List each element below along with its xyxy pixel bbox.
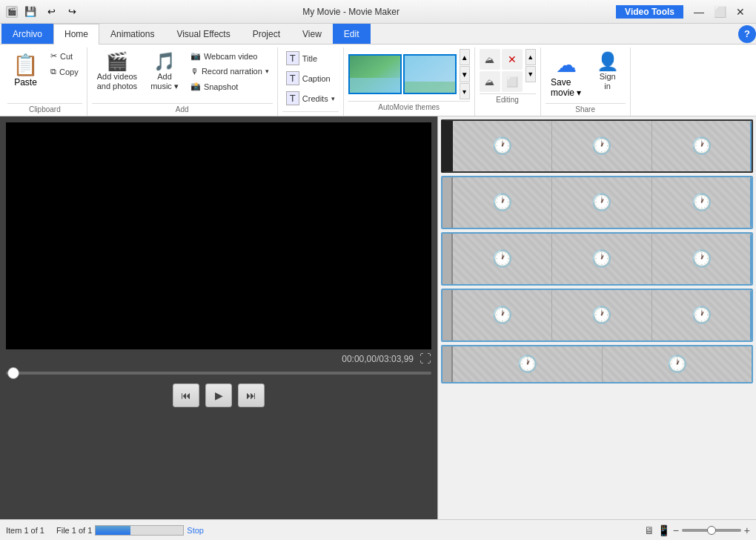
clock-icon: 🕐	[492, 249, 512, 269]
monitor-icon-1[interactable]: 🖥	[644, 524, 654, 536]
webcam-button[interactable]: 📷 Webcam video	[187, 49, 273, 63]
zoom-in-button[interactable]: +	[744, 524, 750, 536]
redo-btn[interactable]: ↪	[64, 4, 80, 20]
film-cell-2-1: 🕐	[453, 177, 552, 228]
tab-project[interactable]: Project	[242, 24, 291, 44]
next-frame-icon: ⏭	[246, 389, 256, 401]
credits-button[interactable]: T Credits ▾	[282, 89, 339, 108]
add-label: Add	[92, 103, 273, 116]
film-strip-4[interactable]: 🕐 🕐 🕐	[441, 289, 753, 342]
film-cell-4-0	[442, 290, 453, 340]
text-content: T Title T Caption T Credits ▾	[282, 49, 339, 110]
undo-btn[interactable]: ↩	[43, 4, 59, 20]
paste-button[interactable]: 📋 Paste	[7, 49, 44, 91]
window-controls: — ⬜ ✕	[689, 4, 750, 19]
tab-animations[interactable]: Animations	[99, 24, 165, 44]
svg-rect-3	[405, 82, 455, 93]
theme-1[interactable]	[348, 54, 402, 94]
zoom-slider[interactable]	[682, 529, 741, 532]
caption-button[interactable]: T Caption	[282, 69, 339, 88]
themes-scroll-more[interactable]: ▼	[460, 66, 470, 82]
record-narration-label: Record narration	[202, 67, 262, 76]
save-movie-label: Savemovie ▾	[551, 77, 581, 98]
next-frame-button[interactable]: ⏭	[238, 383, 265, 407]
share-group: ☁ Savemovie ▾ 👤 Signin Share	[541, 47, 631, 116]
credits-label: Credits	[302, 94, 328, 103]
main-content: 00:00,00/03:03,99 ⛶ ⏮ ▶ ⏭	[0, 116, 756, 519]
automovie-label: AutoMovie themes	[348, 101, 470, 113]
save-quick-btn[interactable]: 💾	[22, 4, 39, 20]
film-cell-2-0	[442, 177, 453, 228]
cut-button[interactable]: ✂ Cut	[47, 49, 82, 63]
editing-btn-2[interactable]: ⛰	[480, 71, 500, 92]
video-time-bar: 00:00,00/03:03,99 ⛶	[6, 349, 431, 369]
video-scrubber[interactable]	[6, 369, 431, 378]
copy-button[interactable]: ⧉ Copy	[47, 65, 82, 79]
themes-scroll-down[interactable]: ▾	[460, 83, 470, 99]
prev-frame-button[interactable]: ⏮	[173, 383, 199, 407]
close-btn[interactable]: ✕	[731, 4, 750, 19]
zoom-thumb	[707, 526, 716, 535]
fullscreen-button[interactable]: ⛶	[420, 352, 431, 366]
clock-icon: 🕐	[692, 193, 712, 212]
clock-icon: 🕐	[517, 355, 537, 374]
clock-icon-2: 🕐	[591, 136, 611, 156]
film-strip-5[interactable]: 🕐 🕐	[441, 345, 753, 383]
file-progress-fill	[96, 526, 130, 535]
theme-1-svg	[350, 56, 400, 93]
minimize-btn[interactable]: —	[689, 4, 709, 19]
film-cell-5-0	[442, 346, 453, 382]
tab-view[interactable]: View	[291, 24, 333, 44]
stop-button[interactable]: Stop	[187, 526, 204, 535]
scrubber-thumb[interactable]	[7, 367, 19, 379]
video-screen	[6, 122, 431, 349]
record-dropdown-icon: ▾	[265, 68, 269, 75]
zoom-out-button[interactable]: −	[673, 524, 679, 536]
film-cell-1-1: 🕐	[453, 121, 552, 171]
window-title: My Movie - Movie Maker	[92, 7, 610, 17]
add-music-button[interactable]: 🎵 Addmusic ▾	[145, 49, 184, 95]
tab-home[interactable]: Home	[53, 24, 99, 45]
editing-btn-3[interactable]: ⬜	[502, 71, 523, 92]
film-cell-3-3: 🕐	[652, 234, 752, 284]
add-videos-button[interactable]: 🎬 Add videosand photos	[92, 49, 142, 95]
film-cell-5-2: 🕐	[603, 346, 752, 382]
tab-archivo[interactable]: Archivo	[1, 24, 53, 44]
sign-in-label: Signin	[600, 72, 616, 91]
help-button[interactable]: ?	[738, 25, 756, 43]
record-narration-button[interactable]: 🎙 Record narration ▾	[187, 65, 273, 78]
monitor-icon-2[interactable]: 📱	[657, 524, 670, 536]
maximize-btn[interactable]: ⬜	[710, 4, 729, 19]
film-strip-1[interactable]: 🕐 🕐 🕐	[441, 119, 753, 173]
app-icon: 🎬	[6, 6, 18, 18]
theme-2[interactable]	[403, 54, 457, 94]
editing-scroll-down[interactable]: ▼	[525, 66, 536, 82]
tab-edit[interactable]: Edit	[333, 24, 371, 44]
film-arrow-1	[750, 119, 753, 173]
snapshot-button[interactable]: 📸 Snapshot	[187, 79, 273, 93]
editing-btn-red[interactable]: ✕	[502, 49, 523, 70]
timeline-scroll[interactable]: 🕐 🕐 🕐 🕐	[438, 116, 756, 519]
film-strip-3[interactable]: 🕐 🕐 🕐	[441, 232, 753, 286]
themes-scroll-up[interactable]: ▲	[460, 49, 470, 65]
editing-content: ⛰ ⛰ ✕ ⬜ ▲ ▼	[480, 49, 536, 92]
editing-btn-1[interactable]: ⛰	[480, 49, 500, 70]
film-strip-2[interactable]: 🕐 🕐 🕐	[441, 176, 753, 229]
add-videos-label: Add videosand photos	[97, 72, 137, 91]
save-movie-button[interactable]: ☁ Savemovie ▾	[546, 49, 587, 102]
play-button[interactable]: ▶	[205, 383, 232, 407]
clipboard-group: 📋 Paste ✂ Cut ⧉ Copy Clipboard	[3, 47, 87, 116]
scrubber-track	[6, 372, 431, 375]
theme-2-preview	[405, 56, 455, 93]
editing-scroll-up[interactable]: ▲	[525, 49, 536, 65]
credits-dropdown-icon: ▾	[331, 95, 335, 102]
clock-icon: 🕐	[591, 193, 611, 212]
copy-icon: ⧉	[50, 67, 56, 76]
film-cell-3-1: 🕐	[453, 234, 552, 284]
video-tools-label: Video Tools	[616, 5, 683, 19]
film-cell-4-2: 🕐	[552, 290, 651, 340]
sign-in-button[interactable]: 👤 Signin	[590, 49, 626, 95]
title-button[interactable]: T Title	[282, 49, 339, 68]
tab-visual-effects[interactable]: Visual Effects	[165, 24, 241, 44]
text-group: T Title T Caption T Credits ▾	[278, 47, 344, 116]
